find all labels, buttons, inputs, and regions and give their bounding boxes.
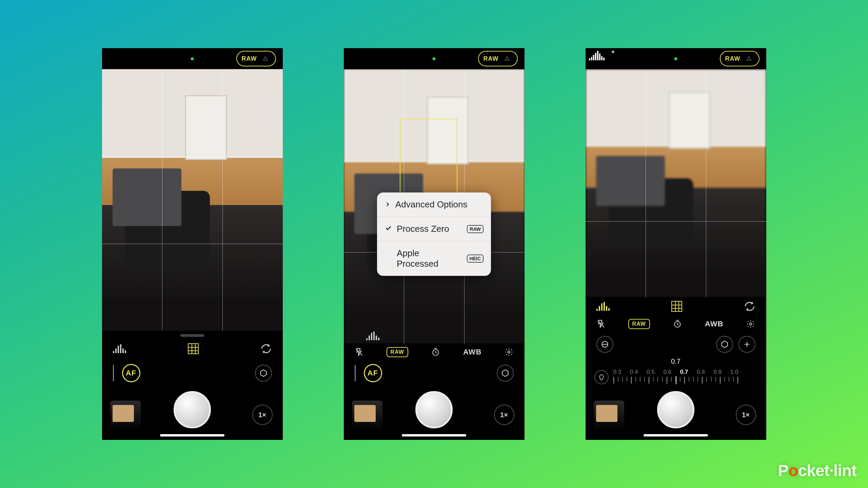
grid-toggle-icon[interactable] bbox=[188, 343, 199, 354]
viewfinder[interactable] bbox=[102, 69, 283, 331]
menu-advanced-options[interactable]: Advanced Options bbox=[377, 192, 491, 217]
af-row: AF bbox=[102, 361, 283, 386]
format-pill[interactable]: RAW bbox=[478, 51, 518, 66]
shutter-row: 1× bbox=[586, 386, 766, 440]
zoom-button[interactable]: 1× bbox=[252, 405, 273, 425]
scene-photo bbox=[586, 69, 766, 297]
home-indicator[interactable] bbox=[644, 434, 708, 436]
svg-point-1 bbox=[508, 351, 510, 353]
check-icon bbox=[384, 224, 392, 234]
autofocus-badge[interactable]: AF bbox=[122, 364, 140, 382]
gear-icon[interactable] bbox=[746, 320, 755, 328]
zoom-button[interactable]: 1× bbox=[736, 405, 756, 425]
cube-icon[interactable] bbox=[716, 336, 733, 353]
raw-chip[interactable]: RAW bbox=[387, 347, 408, 357]
depth-toggle-icon[interactable] bbox=[260, 54, 271, 64]
exposure-tick bbox=[355, 365, 356, 381]
grid-line bbox=[162, 69, 162, 331]
controls-panel: AF 1× bbox=[102, 331, 283, 440]
svg-point-5 bbox=[746, 344, 747, 345]
awb-button[interactable]: AWB bbox=[705, 320, 723, 328]
zoom-button[interactable]: 1× bbox=[494, 405, 514, 425]
menu-process-zero[interactable]: Process Zero RAW bbox=[377, 217, 491, 241]
raw-chip[interactable]: RAW bbox=[628, 319, 650, 329]
shutter-button[interactable] bbox=[657, 391, 694, 428]
shutter-button[interactable] bbox=[415, 391, 453, 428]
focus-needle bbox=[676, 376, 676, 384]
depth-toggle-icon[interactable] bbox=[502, 54, 512, 64]
screenshot-1: RAW AF bbox=[102, 48, 283, 440]
histogram-icon[interactable] bbox=[113, 344, 126, 353]
last-photo-thumbnail[interactable] bbox=[352, 401, 382, 431]
focus-reticle[interactable] bbox=[400, 119, 457, 197]
home-indicator[interactable] bbox=[402, 434, 466, 436]
controls-panel: RAW AWB AF 1× bbox=[344, 344, 525, 440]
level-icon[interactable] bbox=[596, 336, 613, 353]
format-pill[interactable]: RAW bbox=[236, 51, 276, 66]
grid-line bbox=[706, 69, 706, 297]
last-photo-thumbnail[interactable] bbox=[594, 401, 624, 431]
focus-current-value: 0.7 bbox=[592, 358, 760, 365]
grid-line bbox=[102, 244, 283, 244]
grid-toggle-icon[interactable] bbox=[671, 301, 682, 312]
svg-point-3 bbox=[750, 323, 752, 325]
viewfinder[interactable] bbox=[586, 69, 766, 297]
toolstrip-2: RAW AWB bbox=[586, 316, 766, 332]
top-bar: RAW bbox=[586, 48, 766, 69]
menu-apple-processed[interactable]: Apple Processed HEIC bbox=[377, 241, 491, 276]
awb-button[interactable]: AWB bbox=[463, 348, 481, 357]
menu-label: Process Zero bbox=[397, 224, 449, 234]
clip-warning-icon bbox=[610, 49, 616, 57]
af-row: AF bbox=[344, 361, 525, 386]
scene-photo bbox=[102, 69, 283, 331]
histogram-overlay-icon bbox=[589, 51, 605, 60]
shutter-row: 1× bbox=[102, 386, 283, 440]
format-tag: HEIC bbox=[467, 255, 484, 263]
focus-peaking-icon[interactable] bbox=[738, 336, 755, 353]
autofocus-badge[interactable]: AF bbox=[364, 364, 382, 382]
toolstrip-1 bbox=[586, 297, 766, 316]
extra-round-row bbox=[586, 332, 766, 356]
depth-toggle-icon[interactable] bbox=[744, 54, 754, 64]
grid-line bbox=[586, 221, 766, 222]
camera-switch-icon[interactable] bbox=[744, 301, 755, 312]
grid-line bbox=[222, 69, 223, 331]
grid-line bbox=[586, 145, 766, 145]
drawer-handle[interactable] bbox=[180, 334, 204, 337]
histogram-icon[interactable] bbox=[596, 302, 610, 311]
exposure-tick bbox=[113, 365, 114, 381]
focus-slider[interactable]: 0.7 0.3 0.4 0.5 0.6 0.7 0.8 0.9 1.0 bbox=[586, 356, 766, 386]
home-indicator[interactable] bbox=[160, 434, 224, 436]
top-bar: RAW bbox=[344, 48, 525, 69]
macro-icon[interactable] bbox=[594, 370, 609, 384]
format-pill[interactable]: RAW bbox=[720, 51, 760, 66]
capture-menu-popover: Advanced Options Process Zero RAW Apple … bbox=[377, 192, 491, 276]
camera-switch-icon[interactable] bbox=[260, 343, 272, 354]
histogram-overlay-icon bbox=[366, 331, 379, 340]
raw-label: RAW bbox=[725, 55, 741, 62]
timer-icon[interactable] bbox=[673, 320, 682, 328]
gear-icon[interactable] bbox=[505, 348, 513, 357]
watermark: Pocket·lint bbox=[778, 461, 856, 480]
capture-mode-icon[interactable] bbox=[255, 365, 272, 382]
viewfinder[interactable]: Advanced Options Process Zero RAW Apple … bbox=[344, 69, 525, 344]
shutter-row: 1× bbox=[344, 386, 525, 440]
format-tag: RAW bbox=[467, 225, 484, 233]
grid-line bbox=[102, 156, 283, 157]
chevron-right-icon bbox=[384, 199, 391, 210]
raw-label: RAW bbox=[242, 55, 257, 62]
controls-panel: RAW AWB 0.7 bbox=[586, 297, 766, 440]
flash-off-icon[interactable] bbox=[596, 320, 605, 328]
screenshot-2: RAW Advanced Options Process Zero bbox=[344, 48, 525, 440]
capture-mode-icon[interactable] bbox=[497, 365, 514, 382]
privacy-indicator-icon bbox=[674, 57, 677, 60]
last-photo-thumbnail[interactable] bbox=[110, 401, 141, 431]
shutter-button[interactable] bbox=[174, 391, 211, 428]
focus-labels: 0.3 0.4 0.5 0.6 0.7 0.8 0.9 1.0 bbox=[613, 369, 738, 375]
flash-off-icon[interactable] bbox=[355, 348, 363, 357]
menu-label: Apple Processed bbox=[397, 248, 462, 269]
raw-label: RAW bbox=[484, 55, 499, 62]
toolstrip-2: RAW AWB bbox=[344, 344, 525, 361]
menu-label: Advanced Options bbox=[395, 199, 467, 210]
timer-icon[interactable] bbox=[431, 348, 440, 357]
